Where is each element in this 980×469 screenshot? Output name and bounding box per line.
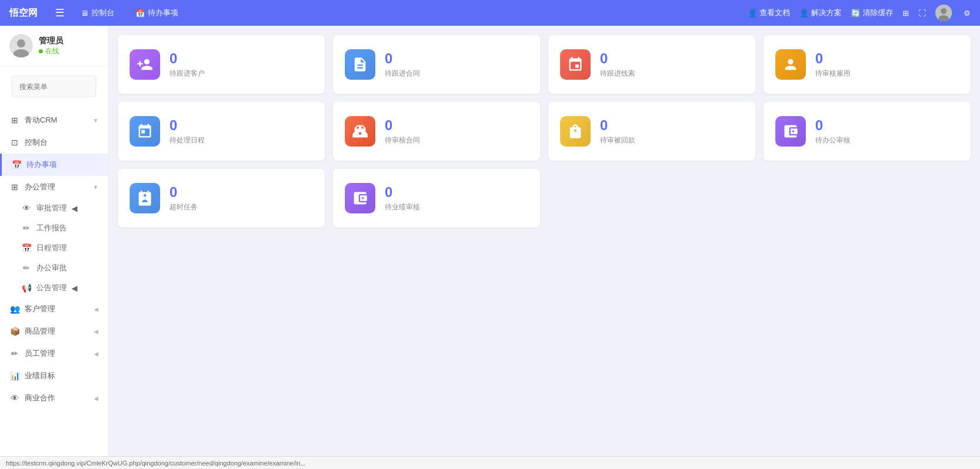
statusbar-url: https://testcrm.qingdong.vip/CmleKrQwUG.… [6,460,306,467]
card-audit-contract[interactable]: 0 待审核合同 [333,102,540,161]
settings-icon: ⚙ [964,9,971,18]
card-info-pending-schedule: 0 待处理日程 [169,117,205,145]
card-icon-audit-refund [560,116,591,147]
card-icon-overdue-task [130,183,160,213]
avatar [935,5,952,21]
arrow-icon: ◀ [72,284,77,293]
card-info-pending-audit: 0 待办公审核 [815,117,850,145]
console-sidebar-icon: ⊡ [9,138,20,147]
nav-todo[interactable]: 📅 待办事项 [131,5,183,21]
card-label-pending-audit: 待办公审核 [815,135,850,145]
card-info-pending-employee: 0 待审核雇用 [815,50,850,79]
svg-point-4 [17,39,25,47]
topnav: 悟空网 ☰ 🖥 控制台 📅 待办事项 👤 查看文档 👤 解决方案 🔄 清除缓存 … [0,0,980,26]
nav-fullscreen-icon[interactable]: ⛶ [918,9,926,18]
status-dot-icon [39,49,43,53]
card-icon-pending-employee [775,49,806,80]
topnav-right: 👤 查看文档 👤 解决方案 🔄 清除缓存 ⊞ ⛶ [748,5,971,21]
card-count-pending-audit: 0 [815,117,850,134]
nav-solution[interactable]: 👤 解决方案 [799,8,842,18]
sidebar-item-office-approval[interactable]: ✏ 办公审批 [0,258,108,278]
nav-console[interactable]: 🖥 控制台 [76,5,119,21]
profile-avatar [9,34,33,57]
card-label-pending-customer: 待跟进客户 [169,69,205,79]
nav-grid-icon[interactable]: ⊞ [903,9,909,18]
sidebar-nav: ⊞ 青动CRM ▼ ⊡ 控制台 📅 待办事项 ⊞ 办公管理 ▼ 👁 审批管理 ◀ [0,107,108,469]
card-audit-refund[interactable]: 0 待审被回款 [548,102,755,161]
arrow-icon: ◀ [94,328,99,335]
sidebar-item-approval-mgmt[interactable]: 👁 审批管理 ◀ [0,198,108,218]
card-icon-pending-contract [345,49,375,80]
card-label-pending-contract: 待跟进合同 [385,69,420,79]
card-pending-schedule[interactable]: 0 待处理日程 [118,102,325,161]
office-icon: ⊞ [9,182,20,192]
card-pending-audit[interactable]: 0 待办公审核 [764,102,971,161]
crm-icon: ⊞ [9,115,20,125]
card-count-audit-refund: 0 [600,117,635,134]
card-pending-perf[interactable]: 0 待业绩审核 [333,169,540,227]
sidebar-item-business-coop[interactable]: 👁 商业合作 ◀ [0,387,108,409]
sidebar-item-schedule-mgmt[interactable]: 📅 日程管理 [0,238,108,258]
sidebar-item-notice-mgmt[interactable]: 📢 公告管理 ◀ [0,278,108,298]
card-overdue-task[interactable]: 0 超时任务 [118,169,325,227]
sidebar-item-employee-mgmt[interactable]: ✏ 员工管理 ◀ [0,342,108,365]
card-label-pending-perf: 待业绩审核 [385,202,420,212]
card-icon-pending-perf [345,183,375,213]
card-label-audit-refund: 待审被回款 [600,135,635,145]
sidebar-item-office-mgmt[interactable]: ⊞ 办公管理 ▼ [0,176,108,198]
card-pending-employee[interactable]: 0 待审核雇用 [764,35,971,94]
card-count-pending-schedule: 0 [169,117,205,134]
nav-settings-icon[interactable]: ⚙ [964,9,971,18]
product-icon: 📦 [9,327,20,336]
card-count-pending-contract: 0 [385,50,420,67]
card-count-pending-clue: 0 [600,50,635,67]
card-label-pending-employee: 待审核雇用 [815,69,850,79]
card-pending-customer[interactable]: 0 待跟进客户 [118,35,325,94]
nav-admin[interactable] [935,5,954,21]
arrow-icon: ◀ [94,306,99,312]
sidebar-item-console[interactable]: ⊡ 控制台 [0,131,108,154]
card-label-pending-schedule: 待处理日程 [169,135,205,145]
card-pending-clue[interactable]: 0 待跟进线索 [548,35,755,94]
svg-point-1 [941,8,947,14]
customer-icon: 👥 [9,304,20,314]
nav-clear-cache[interactable]: 🔄 清除缓存 [851,8,893,18]
sidebar-search-box[interactable]: 🔍 [12,76,96,97]
profile-name: 管理员 [39,36,63,46]
card-icon-pending-clue [560,49,591,80]
card-info-pending-contract: 0 待跟进合同 [385,50,420,79]
card-pending-contract[interactable]: 0 待跟进合同 [333,35,540,94]
card-info-pending-clue: 0 待跟进线索 [600,50,635,79]
card-label-audit-contract: 待审核合同 [385,135,420,145]
business-icon: 👁 [9,393,20,403]
sidebar-item-product-mgmt[interactable]: 📦 商品管理 ◀ [0,320,108,342]
menu-toggle-icon[interactable]: ☰ [55,6,65,19]
sidebar-item-qingdong-crm[interactable]: ⊞ 青动CRM ▼ [0,109,108,131]
sidebar-profile: 管理员 在线 [0,26,108,66]
report-icon: ✏ [21,223,32,233]
card-count-audit-contract: 0 [385,117,420,134]
solution-icon: 👤 [799,9,809,18]
employee-icon: ✏ [9,349,20,358]
card-icon-pending-audit [775,116,806,147]
app-logo: 悟空网 [9,7,38,19]
sidebar-search-wrapper: 🔍 [0,66,108,107]
sidebar-item-work-report[interactable]: ✏ 工作报告 [0,218,108,238]
arrow-icon: ◀ [72,204,77,213]
sidebar-item-customer-mgmt[interactable]: 👥 客户管理 ◀ [0,298,108,320]
clear-icon: 🔄 [851,9,860,18]
approval-icon: 👁 [21,203,32,213]
nav-docs[interactable]: 👤 查看文档 [748,8,790,18]
sidebar-item-todo[interactable]: 📅 待办事项 [0,154,108,176]
search-input[interactable] [19,83,107,91]
profile-status: 在线 [39,46,63,56]
arrow-icon: ◀ [94,395,99,402]
card-label-pending-clue: 待跟进线索 [600,69,635,79]
sidebar-item-perf-target[interactable]: 📊 业绩目标 [0,365,108,387]
profile-info: 管理员 在线 [39,36,63,56]
todo-icon: 📅 [135,9,145,18]
statusbar: https://testcrm.qingdong.vip/CmleKrQwUG.… [0,456,980,469]
card-label-overdue-task: 超时任务 [169,202,198,212]
card-icon-pending-customer [130,49,160,80]
arrow-icon: ◀ [94,351,99,357]
